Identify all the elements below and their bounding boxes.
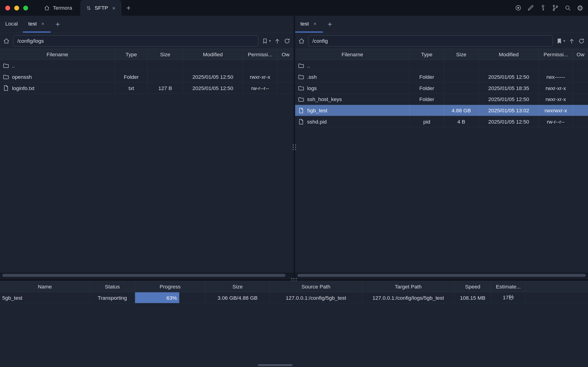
- filename-cell: 5gb_test: [295, 105, 410, 116]
- file-row[interactable]: openssh Folder 2025/01/05 12:50 rwxr-xr-…: [0, 71, 294, 83]
- column-header-name[interactable]: Name: [0, 281, 90, 292]
- home-icon: [298, 37, 305, 44]
- tab-test-left[interactable]: test ×: [23, 16, 51, 33]
- search-button[interactable]: [563, 3, 572, 12]
- transfer-estimate-cell: 17秒: [491, 292, 526, 303]
- column-header-size[interactable]: Size: [444, 49, 479, 60]
- modified-cell: 2025/01/05 13:02: [479, 105, 539, 116]
- new-pane-tab-button[interactable]: +: [51, 20, 65, 28]
- size-cell: 4.88 GB: [444, 105, 479, 116]
- column-header-filename[interactable]: Filename: [295, 49, 410, 60]
- refresh-icon: [284, 38, 290, 44]
- column-header-type[interactable]: Type: [115, 49, 148, 60]
- file-row[interactable]: logs Folder 2025/01/05 18:35 rwxr-xr-x: [295, 83, 588, 94]
- bottom-scrollbar-thumb[interactable]: [258, 364, 292, 366]
- arrow-up-icon: [569, 38, 575, 44]
- size-cell: 127 B: [148, 83, 183, 93]
- close-tab-icon[interactable]: ×: [312, 20, 317, 27]
- branch-button[interactable]: [551, 3, 560, 12]
- column-header-owner[interactable]: Ow: [277, 49, 294, 60]
- permissions-cell: rw-r--r--: [539, 116, 573, 127]
- edit-button[interactable]: [526, 3, 535, 12]
- column-header-modified[interactable]: Modified: [183, 49, 243, 60]
- refresh-button[interactable]: [578, 38, 585, 44]
- key-manager-button[interactable]: [539, 3, 547, 12]
- right-file-list: .. .ssh Folder 2025/01/05 12:50: [295, 60, 588, 279]
- column-header-permissions[interactable]: Permissi...: [243, 49, 277, 60]
- minimize-window-button[interactable]: [14, 6, 19, 10]
- scrollbar-thumb[interactable]: [2, 274, 285, 277]
- bookmark-button[interactable]: [556, 38, 563, 44]
- transfers-table-header: Name Status Progress Size Source Path Ta…: [0, 281, 588, 292]
- column-header-filename[interactable]: Filename: [0, 49, 115, 60]
- column-header-type[interactable]: Type: [410, 49, 444, 60]
- column-header-source-path[interactable]: Source Path: [270, 281, 362, 292]
- home-icon: [3, 37, 10, 44]
- tab-test-right[interactable]: test ×: [295, 16, 323, 33]
- bookmark-dropdown-icon[interactable]: ▾: [269, 39, 271, 42]
- folder-icon: [298, 74, 304, 80]
- column-header-speed[interactable]: Speed: [454, 281, 491, 292]
- transfer-progress-cell: 63%: [135, 292, 205, 303]
- transfer-splitter[interactable]: [0, 279, 588, 281]
- column-header-status[interactable]: Status: [90, 281, 135, 292]
- progress-bar: 63%: [135, 292, 179, 303]
- home-button[interactable]: [3, 37, 10, 44]
- type-cell: Folder: [410, 71, 444, 82]
- bookmark-button[interactable]: [262, 38, 268, 44]
- close-tab-icon[interactable]: ×: [111, 4, 117, 11]
- permissions-cell: [243, 60, 277, 71]
- bookmark-dropdown-icon[interactable]: ▾: [563, 39, 565, 42]
- type-cell: [115, 60, 148, 71]
- refresh-button[interactable]: [284, 38, 290, 44]
- new-tab-button[interactable]: +: [121, 4, 135, 12]
- transfer-row[interactable]: 5gb_test Transporting 63% 3.06 GB/4.88 G…: [0, 292, 588, 303]
- titlebar-actions: ⚙: [514, 3, 588, 12]
- column-header-owner[interactable]: Ow: [573, 49, 588, 60]
- gear-icon: ⚙: [577, 4, 583, 11]
- settings-button[interactable]: ⚙: [576, 3, 585, 12]
- parent-directory-button[interactable]: [274, 38, 281, 44]
- modified-cell: 2025/01/05 18:35: [479, 83, 539, 93]
- modified-cell: 2025/01/05 12:50: [479, 94, 539, 105]
- file-row[interactable]: ..: [295, 60, 588, 71]
- bookmark-icon: [262, 38, 268, 44]
- path-input[interactable]: [308, 35, 553, 46]
- close-tab-icon[interactable]: ×: [40, 20, 45, 27]
- file-row[interactable]: ssh_host_keys Folder 2025/01/05 12:50 rw…: [295, 94, 588, 105]
- close-window-button[interactable]: [5, 6, 10, 10]
- type-cell: [410, 105, 444, 116]
- file-row[interactable]: loginfo.txt txt 127 B 2025/01/05 12:50 r…: [0, 83, 294, 94]
- size-cell: [148, 60, 183, 71]
- horizontal-scrollbar[interactable]: [295, 273, 588, 278]
- file-row-selected[interactable]: 5gb_test 4.88 GB 2025/01/05 13:02 rwxrwx…: [295, 105, 588, 116]
- scrollbar-thumb[interactable]: [298, 274, 586, 277]
- tab-local-label: Local: [5, 21, 18, 27]
- modified-cell: [479, 60, 539, 71]
- parent-directory-button[interactable]: [569, 38, 575, 44]
- tab-termora[interactable]: Termora: [34, 0, 80, 16]
- tab-sftp[interactable]: SFTP ×: [80, 0, 122, 16]
- column-header-estimate[interactable]: Estimate...: [491, 281, 526, 292]
- tab-local[interactable]: Local: [0, 16, 23, 33]
- zoom-window-button[interactable]: [23, 6, 28, 10]
- home-button[interactable]: [298, 37, 305, 44]
- folder-icon: [298, 96, 304, 102]
- column-header-progress[interactable]: Progress: [135, 281, 205, 292]
- horizontal-scrollbar[interactable]: [0, 273, 294, 278]
- column-header-size[interactable]: Size: [205, 281, 270, 292]
- tab-test-label: test: [28, 21, 37, 27]
- file-row[interactable]: sshd.pid pid 4 B 2025/01/05 12:50 rw-r--…: [295, 116, 588, 127]
- new-pane-tab-button[interactable]: +: [323, 20, 337, 28]
- column-header-target-path[interactable]: Target Path: [362, 281, 454, 292]
- record-button[interactable]: [514, 3, 523, 12]
- path-input[interactable]: [13, 35, 259, 46]
- column-header-size[interactable]: Size: [148, 49, 183, 60]
- file-row[interactable]: ..: [0, 60, 294, 71]
- arrow-up-icon: [274, 38, 281, 44]
- file-row[interactable]: .ssh Folder 2025/01/05 12:50 rwx------: [295, 71, 588, 83]
- column-header-permissions[interactable]: Permissi...: [539, 49, 573, 60]
- column-header-modified[interactable]: Modified: [479, 49, 539, 60]
- filename-cell: openssh: [0, 71, 115, 82]
- size-cell: 4 B: [444, 116, 479, 127]
